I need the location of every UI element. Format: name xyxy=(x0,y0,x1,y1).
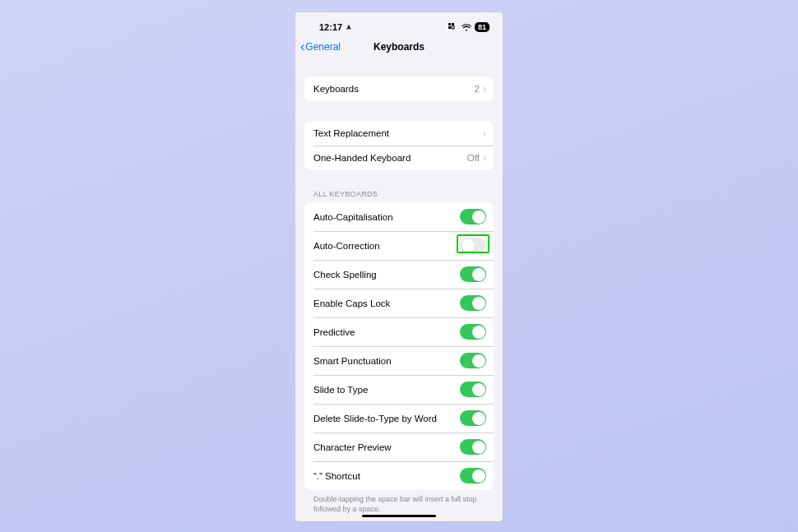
toggle-knob xyxy=(472,326,485,339)
row-label: Slide to Type xyxy=(313,385,368,395)
toggle-knob xyxy=(462,239,475,252)
row-value: Off xyxy=(467,153,480,163)
row-del-slide: Delete Slide-to-Type by Word xyxy=(304,404,494,433)
footer-note: Double-tapping the space bar will insert… xyxy=(304,490,494,514)
row-label: Keyboards xyxy=(313,84,359,94)
row-value: 2 xyxy=(475,84,480,94)
row-label: One-Handed Keyboard xyxy=(313,153,411,163)
toggle-knob xyxy=(472,268,485,281)
chevron-right-icon: › xyxy=(483,128,486,138)
back-label: General xyxy=(305,41,341,53)
row-slide-type: Slide to Type xyxy=(304,375,494,404)
battery-level: 81 xyxy=(478,23,486,31)
home-indicator[interactable] xyxy=(362,515,436,517)
toggle-slide-type[interactable] xyxy=(460,382,486,397)
location-icon xyxy=(346,24,352,30)
chevron-right-icon: › xyxy=(483,153,486,163)
row-label: Auto-Capitalisation xyxy=(313,212,393,222)
row-dot-shortcut: “.” Shortcut xyxy=(304,461,494,490)
status-bar: 12:17 81 xyxy=(295,12,503,37)
row-label: Predictive xyxy=(313,327,355,337)
row-keyboards[interactable]: Keyboards 2 › xyxy=(304,76,494,101)
toggle-knob xyxy=(472,441,485,454)
row-auto-correct: Auto-Correction xyxy=(304,231,494,260)
toggle-caps-lock[interactable] xyxy=(460,295,486,311)
chevron-right-icon: › xyxy=(483,84,486,94)
svg-rect-0 xyxy=(448,23,451,25)
row-label: Check Spelling xyxy=(313,270,377,280)
svg-rect-1 xyxy=(452,23,454,25)
group-text-options: Text Replacement › One-Handed Keyboard O… xyxy=(304,121,494,170)
toggle-predictive[interactable] xyxy=(460,324,486,340)
toggle-knob xyxy=(472,354,485,368)
content: Keyboards 2 › Text Replacement › One-Han… xyxy=(295,76,503,514)
phone-frame: 12:17 81 ‹ General Keyboards Keyboards 2… xyxy=(295,12,503,521)
battery-badge: 81 xyxy=(475,22,489,32)
row-predictive: Predictive xyxy=(304,317,494,346)
row-smart-punct: Smart Punctuation xyxy=(304,346,494,375)
group-keyboards: Keyboards 2 › xyxy=(304,76,494,101)
svg-rect-3 xyxy=(452,26,454,29)
row-label: Text Replacement xyxy=(313,128,389,138)
row-char-preview: Character Preview xyxy=(304,433,494,461)
row-label: Smart Punctuation xyxy=(313,356,392,366)
row-label: Character Preview xyxy=(313,442,392,452)
svg-rect-2 xyxy=(448,26,451,29)
toggle-check-spell[interactable] xyxy=(460,266,486,282)
toggle-knob xyxy=(472,297,485,310)
row-label: Enable Caps Lock xyxy=(313,298,390,308)
row-text-replacement[interactable]: Text Replacement › xyxy=(304,121,494,146)
toggle-smart-punct[interactable] xyxy=(460,353,486,368)
toggle-dot-shortcut[interactable] xyxy=(460,468,486,483)
row-one-handed-keyboard[interactable]: One-Handed Keyboard Off › xyxy=(304,146,494,170)
row-auto-cap: Auto-Capitalisation xyxy=(304,202,494,231)
toggle-knob xyxy=(472,210,485,224)
chevron-left-icon: ‹ xyxy=(300,40,304,53)
row-caps-lock: Enable Caps Lock xyxy=(304,289,494,317)
row-check-spell: Check Spelling xyxy=(304,260,494,289)
toggle-auto-cap[interactable] xyxy=(460,209,486,224)
grid-indicator-icon xyxy=(448,23,458,31)
page-title: Keyboards xyxy=(373,41,425,53)
row-label: “.” Shortcut xyxy=(313,471,360,481)
toggle-knob xyxy=(472,470,485,483)
toggle-knob xyxy=(472,412,485,425)
row-label: Delete Slide-to-Type by Word xyxy=(313,414,437,423)
row-label: Auto-Correction xyxy=(313,241,380,251)
toggle-char-preview[interactable] xyxy=(460,439,486,455)
back-button[interactable]: ‹ General xyxy=(300,40,341,53)
toggle-auto-correct[interactable] xyxy=(460,238,486,253)
status-left: 12:17 xyxy=(319,22,352,32)
group-all-keyboards: Auto-CapitalisationAuto-CorrectionCheck … xyxy=(304,202,494,490)
wifi-icon xyxy=(462,24,471,31)
toggle-del-slide[interactable] xyxy=(460,410,486,426)
nav-bar: ‹ General Keyboards xyxy=(295,37,503,57)
toggle-knob xyxy=(472,383,485,396)
status-time: 12:17 xyxy=(319,22,342,32)
section-header-all-keyboards: ALL KEYBOARDS xyxy=(304,190,494,202)
status-right: 81 xyxy=(448,22,489,32)
